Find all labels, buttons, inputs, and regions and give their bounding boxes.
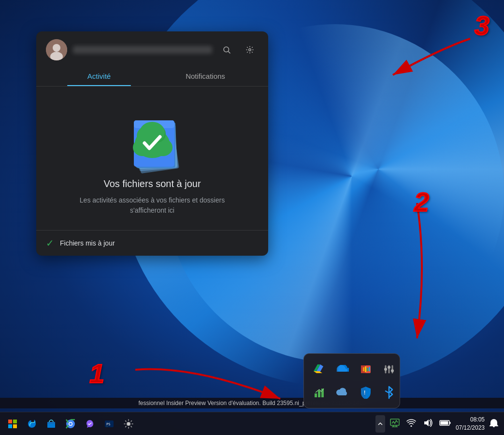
svg-rect-58	[449, 422, 451, 424]
taskbar: PS _	[0, 412, 504, 435]
svg-rect-41	[8, 424, 12, 428]
check-icon: ✓	[46, 237, 54, 249]
tray-icon-grid: !	[310, 360, 394, 402]
annotation-2: 2	[414, 186, 429, 218]
tray-equalizer[interactable]	[379, 360, 399, 379]
tab-activity[interactable]: Activité	[46, 72, 152, 86]
taskbar-right: 08:05 07/12/2023	[372, 415, 504, 433]
store-icon[interactable]	[43, 415, 60, 433]
svg-rect-35	[315, 393, 317, 397]
battery-icon[interactable]	[437, 418, 453, 430]
svg-point-5	[249, 49, 251, 51]
svg-point-30	[384, 368, 387, 371]
svg-point-51	[128, 422, 130, 425]
wifi-icon[interactable]	[404, 417, 418, 431]
svg-rect-36	[318, 391, 320, 397]
tray-onedrive[interactable]	[333, 360, 352, 379]
tray-google-drive[interactable]	[310, 360, 329, 379]
popup-footer: ✓ Fichiers mis à jour	[36, 230, 268, 256]
tray-cloud-blue[interactable]	[333, 383, 352, 402]
footer-label: Fichiers mis à jour	[60, 239, 115, 247]
svg-text:!: !	[364, 390, 365, 395]
svg-rect-39	[8, 420, 12, 423]
svg-rect-26	[365, 366, 366, 372]
popup-tabs: Activité Notifications	[36, 66, 268, 87]
clock-time: 08:05	[456, 416, 485, 424]
avatar-image	[46, 39, 67, 60]
svg-rect-27	[367, 368, 368, 371]
chrome-icon[interactable]	[62, 415, 79, 433]
svg-line-4	[228, 51, 230, 53]
volume-icon[interactable]	[421, 417, 434, 431]
tab-notifications[interactable]: Notifications	[152, 72, 259, 86]
start-button[interactable]	[4, 415, 21, 433]
build-notification-bar: fessionnel Insider Preview Version d'éva…	[0, 398, 504, 408]
drive-status-subtitle: Les activités associées à vos fichiers e…	[75, 195, 230, 216]
drive-status-title: Vos fichiers sont à jour	[103, 178, 201, 189]
svg-point-32	[388, 366, 390, 369]
clock[interactable]: 08:05 07/12/2023	[456, 416, 485, 432]
tray-analytics[interactable]	[310, 383, 329, 402]
show-hidden-icons-button[interactable]	[375, 415, 385, 433]
user-name-blurred	[73, 46, 212, 54]
notification-bell-icon[interactable]	[488, 416, 500, 432]
svg-point-18	[140, 122, 165, 143]
system-tray-popup: !	[303, 353, 400, 408]
copilot-icon[interactable]	[81, 415, 99, 433]
svg-rect-44	[47, 422, 55, 424]
svg-point-47	[70, 422, 72, 425]
svg-rect-25	[363, 367, 364, 371]
taskbar-left: PS _	[0, 415, 141, 433]
cpu-monitor-icon[interactable]	[388, 417, 402, 431]
annotation-3: 3	[475, 10, 490, 41]
svg-point-1	[53, 44, 60, 52]
svg-rect-40	[13, 420, 17, 423]
popup-content: Vos fichiers sont à jour Les activités a…	[36, 87, 268, 230]
tray-bluetooth[interactable]	[379, 383, 399, 402]
edge-icon[interactable]	[23, 415, 41, 433]
svg-marker-22	[314, 371, 322, 373]
svg-rect-42	[13, 424, 17, 428]
search-button[interactable]	[218, 41, 235, 58]
svg-point-3	[224, 47, 229, 52]
popup-header	[36, 31, 268, 60]
settings-button[interactable]	[241, 41, 259, 58]
tray-media[interactable]	[356, 360, 375, 379]
tray-shield-uac[interactable]: !	[356, 383, 375, 402]
avatar	[46, 39, 67, 60]
annotation-1: 1	[89, 358, 104, 389]
drive-popup: Activité Notifications	[36, 31, 268, 256]
svg-point-34	[391, 369, 394, 372]
svg-rect-57	[440, 421, 448, 424]
clock-date: 07/12/2023	[456, 424, 485, 432]
drive-illustration	[104, 101, 201, 178]
terminal-icon[interactable]: PS _	[101, 415, 118, 433]
settings-taskbar-icon[interactable]	[120, 415, 137, 433]
svg-rect-28	[369, 367, 370, 371]
